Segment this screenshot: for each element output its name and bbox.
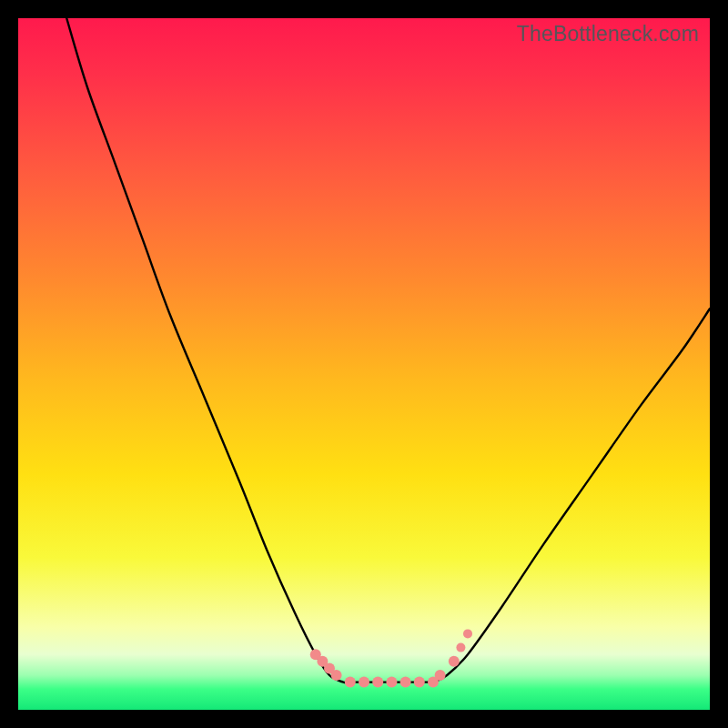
curve-markers (310, 629, 472, 687)
curve-marker (310, 649, 321, 660)
curve-marker (449, 656, 460, 667)
curve-group (66, 18, 710, 682)
green-band (18, 686, 710, 710)
chart-svg (18, 18, 710, 710)
curve-marker (435, 670, 446, 681)
bottleneck-curve (66, 18, 710, 682)
outer-frame: TheBottleneck.com (0, 0, 728, 728)
curve-marker (463, 629, 472, 638)
curve-marker (324, 662, 335, 673)
curve-marker (331, 670, 342, 681)
curve-marker (456, 643, 465, 652)
curve-marker (317, 656, 328, 667)
plot-area: TheBottleneck.com (18, 18, 710, 710)
watermark-text: TheBottleneck.com (517, 22, 699, 46)
